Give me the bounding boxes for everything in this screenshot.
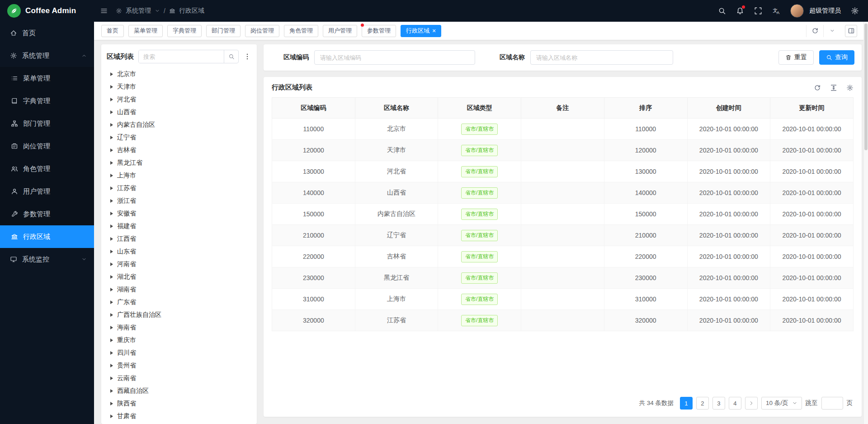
tree-item-湖南省[interactable]: 湖南省: [107, 283, 251, 296]
user-name[interactable]: 超级管理员: [809, 7, 841, 15]
tree-item-甘肃省[interactable]: 甘肃省: [107, 410, 251, 423]
table-refresh-icon[interactable]: [814, 84, 821, 91]
tab-字典管理[interactable]: 字典管理: [167, 25, 202, 37]
page-button-2[interactable]: 2: [696, 397, 709, 410]
expand-caret-icon[interactable]: [110, 313, 113, 317]
expand-caret-icon[interactable]: [110, 275, 113, 279]
tab-行政区域[interactable]: 行政区域×: [401, 25, 441, 37]
table-row[interactable]: 140000山西省省市/直辖市1400002020-10-01 00:00:00…: [272, 182, 854, 204]
expand-caret-icon[interactable]: [110, 300, 113, 304]
expand-caret-icon[interactable]: [110, 174, 113, 177]
tree-item-西藏自治区[interactable]: 西藏自治区: [107, 385, 251, 397]
page-scrollbar[interactable]: [863, 22, 868, 424]
tree-item-河南省[interactable]: 河南省: [107, 258, 251, 271]
expand-caret-icon[interactable]: [110, 85, 113, 89]
notifications-button[interactable]: [736, 7, 744, 15]
expand-caret-icon[interactable]: [110, 161, 113, 165]
scrollbar-thumb[interactable]: [864, 24, 868, 150]
expand-caret-icon[interactable]: [110, 288, 113, 291]
tree-item-贵州省[interactable]: 贵州省: [107, 359, 251, 372]
page-button-1[interactable]: 1: [680, 397, 693, 410]
tab-岗位管理[interactable]: 岗位管理: [245, 25, 279, 37]
expand-caret-icon[interactable]: [110, 148, 113, 152]
expand-caret-icon[interactable]: [110, 123, 113, 127]
settings-gear-icon[interactable]: [851, 7, 859, 15]
expand-caret-icon[interactable]: [110, 136, 113, 139]
page-size-select[interactable]: 10 条/页: [761, 397, 802, 410]
tab-参数管理[interactable]: 参数管理: [362, 25, 396, 37]
expand-caret-icon[interactable]: [110, 389, 113, 393]
table-row[interactable]: 120000天津市省市/直辖市1200002020-10-01 00:00:00…: [272, 140, 854, 161]
tree-item-重庆市[interactable]: 重庆市: [107, 334, 251, 347]
expand-caret-icon[interactable]: [110, 72, 113, 76]
tab-close-icon[interactable]: ×: [432, 28, 436, 34]
expand-caret-icon[interactable]: [110, 351, 113, 355]
expand-caret-icon[interactable]: [110, 98, 113, 101]
fullscreen-icon[interactable]: [754, 7, 762, 15]
tree-item-山西省[interactable]: 山西省: [107, 106, 251, 119]
expand-caret-icon[interactable]: [110, 199, 113, 203]
expand-caret-icon[interactable]: [110, 338, 113, 342]
app-logo[interactable]: Coffee Admin: [0, 4, 94, 18]
tree-item-吉林省[interactable]: 吉林省: [107, 144, 251, 157]
tree-item-广西壮族自治区[interactable]: 广西壮族自治区: [107, 309, 251, 321]
table-row[interactable]: 320000江苏省省市/直辖市3200002020-10-01 00:00:00…: [272, 310, 854, 331]
tree-item-福建省[interactable]: 福建省: [107, 220, 251, 233]
sidebar-item-用户管理[interactable]: 用户管理: [0, 180, 94, 203]
tab-菜单管理[interactable]: 菜单管理: [128, 25, 163, 37]
sidebar-group-system[interactable]: 系统管理: [0, 44, 94, 67]
tree-item-上海市[interactable]: 上海市: [107, 169, 251, 182]
tree-item-山东省[interactable]: 山东省: [107, 245, 251, 258]
expand-caret-icon[interactable]: [110, 262, 113, 266]
tab-角色管理[interactable]: 角色管理: [284, 25, 318, 37]
sidebar-item-行政区域[interactable]: 行政区域: [0, 225, 94, 248]
page-button-3[interactable]: 3: [712, 397, 725, 410]
tree-item-黑龙江省[interactable]: 黑龙江省: [107, 157, 251, 169]
tree-item-辽宁省[interactable]: 辽宁省: [107, 131, 251, 144]
reset-button[interactable]: 重置: [778, 50, 814, 65]
translate-icon[interactable]: 文A: [772, 7, 780, 15]
tree-item-江苏省[interactable]: 江苏省: [107, 182, 251, 195]
table-row[interactable]: 230000黑龙江省省市/直辖市2300002020-10-01 00:00:0…: [272, 267, 854, 289]
expand-caret-icon[interactable]: [110, 237, 113, 241]
table-settings-icon[interactable]: [846, 84, 854, 91]
expand-caret-icon[interactable]: [110, 186, 113, 190]
tree-search-button[interactable]: [224, 50, 238, 63]
tree-item-四川省[interactable]: 四川省: [107, 347, 251, 359]
table-row[interactable]: 210000辽宁省省市/直辖市2100002020-10-01 00:00:00…: [272, 225, 854, 246]
sidebar-group-monitor[interactable]: 系统监控: [0, 248, 94, 271]
page-button-4[interactable]: 4: [729, 397, 741, 410]
table-row[interactable]: 220000吉林省省市/直辖市2200002020-10-01 00:00:00…: [272, 246, 854, 267]
tree-item-安徽省[interactable]: 安徽省: [107, 207, 251, 220]
sidebar-item-参数管理[interactable]: 参数管理: [0, 203, 94, 225]
tree-item-广东省[interactable]: 广东省: [107, 296, 251, 309]
region-name-input[interactable]: [530, 50, 673, 65]
search-icon[interactable]: [718, 7, 726, 15]
expand-caret-icon[interactable]: [110, 326, 113, 329]
expand-caret-icon[interactable]: [110, 224, 113, 228]
tree-item-天津市[interactable]: 天津市: [107, 81, 251, 93]
table-row[interactable]: 130000河北省省市/直辖市1300002020-10-01 00:00:00…: [272, 161, 854, 182]
expand-caret-icon[interactable]: [110, 414, 113, 418]
table-row[interactable]: 150000内蒙古自治区省市/直辖市1500002020-10-01 00:00…: [272, 204, 854, 225]
sidebar-item-角色管理[interactable]: 角色管理: [0, 157, 94, 180]
next-page-button[interactable]: [745, 397, 758, 410]
sidebar-item-部门管理[interactable]: 部门管理: [0, 112, 94, 135]
tab-首页[interactable]: 首页: [101, 25, 124, 37]
tree-item-河北省[interactable]: 河北省: [107, 93, 251, 106]
sidebar-item-字典管理[interactable]: 字典管理: [0, 90, 94, 112]
expand-caret-icon[interactable]: [110, 376, 113, 380]
hamburger-icon[interactable]: [100, 7, 108, 14]
search-button[interactable]: 查询: [819, 50, 854, 65]
refresh-tab-button[interactable]: [806, 25, 823, 37]
sidebar-item-菜单管理[interactable]: 菜单管理: [0, 67, 94, 90]
tree-item-江西省[interactable]: 江西省: [107, 233, 251, 245]
table-row[interactable]: 310000上海市省市/直辖市3100002020-10-01 00:00:00…: [272, 289, 854, 310]
table-row[interactable]: 110000北京市省市/直辖市1100002020-10-01 00:00:00…: [272, 119, 854, 140]
region-code-input[interactable]: [314, 50, 475, 65]
tree-more-button[interactable]: [243, 52, 251, 61]
tab-用户管理[interactable]: 用户管理: [323, 25, 357, 37]
tree-item-北京市[interactable]: 北京市: [107, 68, 251, 81]
tree-item-云南省[interactable]: 云南省: [107, 372, 251, 385]
tree-item-陕西省[interactable]: 陕西省: [107, 397, 251, 410]
